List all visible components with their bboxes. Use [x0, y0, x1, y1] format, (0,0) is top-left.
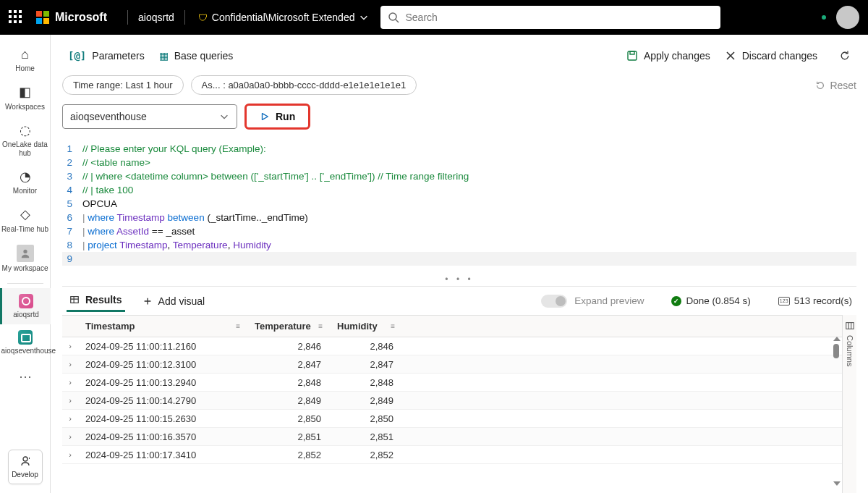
column-menu-icon[interactable]: ≡ — [318, 322, 323, 330]
expand-row-icon[interactable]: › — [62, 378, 78, 387]
sensitivity-picker[interactable]: 🛡 Confidential\Microsoft Extended — [198, 12, 370, 23]
nav-rail: ⌂Home ◧Workspaces ◌OneLake data hub ◔Mon… — [0, 35, 51, 493]
cell-temperature: 2,847 — [247, 359, 330, 370]
column-temperature[interactable]: Temperature≡ — [247, 316, 330, 337]
grid-scrollbar[interactable] — [833, 337, 841, 486]
search-box[interactable] — [380, 6, 720, 29]
brand: Microsoft — [36, 11, 107, 24]
avatar[interactable] — [836, 6, 859, 29]
record-count: 123 513 record(s) — [778, 295, 852, 306]
nav-workspaces[interactable]: ◧Workspaces — [0, 79, 51, 117]
table-icon — [69, 295, 80, 305]
add-visual-button[interactable]: Add visual — [140, 291, 208, 311]
scroll-down-icon[interactable] — [833, 481, 841, 486]
scroll-thumb[interactable] — [833, 344, 839, 358]
nav-home[interactable]: ⌂Home — [0, 41, 51, 79]
realtime-icon: ◇ — [1, 207, 49, 223]
splitter-handle[interactable]: • • • — [62, 273, 856, 286]
chevron-down-icon — [359, 12, 369, 22]
nav-more[interactable]: ⋯ — [19, 361, 32, 392]
kql-editor[interactable]: 1// Please enter your KQL query (Example… — [62, 138, 856, 273]
expand-row-icon[interactable]: › — [62, 360, 78, 368]
table-row[interactable]: ›2024-09-25 11:00:16.35702,8512,851 — [62, 428, 856, 446]
expand-row-icon[interactable]: › — [62, 432, 78, 441]
tab-results[interactable]: Results — [67, 290, 125, 312]
expand-row-icon[interactable]: › — [62, 450, 78, 459]
sensitivity-label: Confidential\Microsoft Extended — [212, 12, 355, 23]
nav-onelake[interactable]: ◌OneLake data hub — [0, 117, 51, 163]
table-row[interactable]: ›2024-09-25 11:00:15.26302,8502,850 — [62, 410, 856, 428]
grid-header: Timestamp≡ Temperature≡ Humidity≡ — [62, 315, 856, 337]
timerange-chip[interactable]: Time range: Last 1 hour — [62, 75, 184, 95]
plus-icon — [142, 296, 153, 306]
brand-text: Microsoft — [55, 11, 107, 24]
refresh-icon[interactable] — [839, 50, 851, 62]
eventhouse-icon — [18, 330, 33, 345]
cell-timestamp: 2024-09-25 11:00:17.3410 — [78, 450, 247, 460]
query-controls: aioqseventhouse Run — [62, 104, 856, 130]
parameters-button[interactable]: [@] Parameters — [68, 50, 145, 62]
status-done: ✓ Done (0.854 s) — [671, 295, 750, 306]
svg-rect-3 — [628, 51, 637, 60]
main: [@] Parameters ▦ Base queries Apply chan… — [51, 35, 868, 493]
chevron-down-icon — [219, 111, 229, 122]
nav-monitor[interactable]: ◔Monitor — [0, 163, 51, 201]
reset-button[interactable]: Reset — [815, 80, 856, 91]
cell-humidity: 2,846 — [330, 341, 402, 352]
nav-my-workspace[interactable]: My workspace — [0, 239, 51, 279]
search-icon — [388, 12, 399, 23]
table-row[interactable]: ›2024-09-25 11:00:12.31002,8472,847 — [62, 355, 856, 374]
header-workspace[interactable]: aioqsrtd — [138, 12, 174, 23]
nav-item-aioqsrtd[interactable]: aioqsrtd — [0, 288, 51, 325]
workspaces-icon: ◧ — [1, 85, 49, 101]
svg-point-0 — [389, 13, 396, 20]
results-header: Results Add visual Expand preview ✓ Done… — [62, 286, 856, 315]
save-icon — [626, 50, 638, 62]
cell-humidity: 2,852 — [330, 450, 402, 460]
records-icon: 123 — [778, 297, 790, 306]
table-row[interactable]: ›2024-09-25 11:00:17.34102,8522,852 — [62, 446, 856, 464]
global-header: Microsoft aioqsrtd 🛡 Confidential\Micros… — [0, 0, 868, 35]
reset-icon — [815, 80, 825, 90]
toolbar: [@] Parameters ▦ Base queries Apply chan… — [62, 42, 856, 69]
presence-dot-icon — [820, 14, 827, 21]
database-combo[interactable]: aioqseventhouse — [62, 104, 237, 129]
search-input[interactable] — [405, 12, 713, 23]
divider — [184, 10, 185, 25]
develop-button[interactable]: Develop — [8, 450, 43, 484]
microsoft-logo-icon — [36, 11, 49, 24]
table-row[interactable]: ›2024-09-25 11:00:13.29402,8482,848 — [62, 374, 856, 392]
expand-row-icon[interactable]: › — [62, 414, 78, 423]
expand-preview-toggle[interactable]: Expand preview — [541, 295, 644, 308]
column-menu-icon[interactable]: ≡ — [236, 322, 240, 330]
table-row[interactable]: ›2024-09-25 11:00:14.27902,8492,849 — [62, 392, 856, 410]
discard-changes-button[interactable]: Discard changes — [725, 50, 817, 62]
chips-row: Time range: Last 1 hour As... : a0a0a0a0… — [62, 75, 856, 95]
cell-temperature: 2,850 — [247, 413, 330, 424]
nav-realtime[interactable]: ◇Real-Time hub — [0, 201, 51, 240]
columns-pane-toggle[interactable]: Columns — [842, 315, 856, 493]
table-row[interactable]: ›2024-09-25 11:00:11.21602,8462,846 — [62, 337, 856, 355]
column-humidity[interactable]: Humidity≡ — [330, 316, 402, 337]
cell-humidity: 2,847 — [330, 359, 402, 370]
column-menu-icon[interactable]: ≡ — [391, 322, 395, 330]
expand-row-icon[interactable]: › — [62, 396, 78, 405]
expand-row-icon[interactable]: › — [62, 342, 78, 350]
run-button[interactable]: Run — [244, 104, 310, 130]
apply-changes-button[interactable]: Apply changes — [626, 50, 710, 62]
svg-point-1 — [23, 250, 27, 253]
play-icon — [260, 111, 270, 122]
nav-item-eventhouse[interactable]: aioqseventhouse — [0, 324, 51, 361]
home-icon: ⌂ — [1, 46, 49, 62]
asset-chip[interactable]: As... : a0a0a0a0-bbbb-cccc-dddd-e1e1e1e1… — [191, 75, 417, 95]
cell-timestamp: 2024-09-25 11:00:15.2630 — [78, 413, 247, 424]
parameters-icon: [@] — [68, 50, 86, 62]
base-queries-button[interactable]: ▦ Base queries — [159, 50, 234, 62]
column-timestamp[interactable]: Timestamp≡ — [78, 316, 247, 337]
onelake-icon: ◌ — [1, 122, 49, 138]
cell-humidity: 2,850 — [330, 413, 402, 424]
scroll-up-icon[interactable] — [833, 337, 841, 341]
person-icon — [17, 245, 34, 262]
shield-icon: 🛡 — [198, 12, 208, 23]
app-launcher-icon[interactable] — [9, 10, 23, 25]
